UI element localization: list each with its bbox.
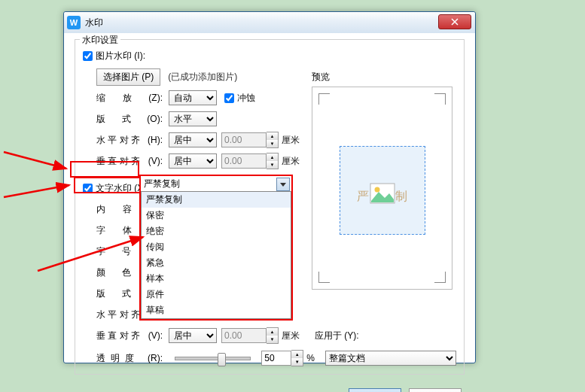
image-watermark-label: 图片水印 (I): (96, 50, 145, 62)
dropdown-option[interactable]: 草稿 (142, 302, 291, 318)
preview-page: 严禁复制 (312, 87, 452, 290)
dropdown-option[interactable]: 严禁复制 (142, 192, 291, 208)
close-button[interactable] (438, 14, 471, 29)
transparency-value[interactable] (261, 351, 291, 366)
slider-thumb[interactable] (218, 353, 226, 366)
img-layout-select[interactable]: 水平 (169, 111, 217, 126)
dropdown-option[interactable]: 紧急 (142, 255, 291, 271)
txt-valign-label: 垂直对齐 (V): (96, 330, 169, 342)
dropdown-option[interactable]: 传阅 (142, 239, 291, 255)
scale-label: 缩 放 (Z): (96, 92, 169, 105)
transparency-spinner[interactable]: ▲▼ (291, 350, 303, 366)
select-image-button[interactable]: 选择图片 (P) (96, 68, 160, 86)
preview-title: 预览 (312, 71, 459, 84)
img-halign-spinner[interactable]: ▲▼ (267, 132, 279, 148)
percent-sign: % (306, 353, 315, 363)
img-valign-select[interactable]: 居中 (169, 153, 217, 169)
svg-point-1 (375, 187, 380, 193)
scale-select[interactable]: 自动 (169, 90, 217, 105)
img-valign-num[interactable] (221, 153, 267, 169)
img-halign-label: 水平对齐 (H): (96, 134, 169, 147)
dialog-footer: 确定 取消 (64, 381, 475, 392)
svg-line-3 (4, 185, 69, 197)
img-halign-select[interactable]: 居中 (169, 132, 217, 147)
img-layout-label: 版 式 (O): (96, 113, 169, 126)
transparency-slider[interactable] (175, 357, 251, 360)
dropdown-option[interactable]: 原件 (142, 287, 291, 302)
image-added-hint: (已成功添加图片) (168, 71, 237, 84)
crop-mark-icon (318, 272, 330, 283)
unit-cm: 厘米 (282, 330, 300, 342)
crop-mark-icon (434, 272, 446, 283)
image-watermark-checkbox[interactable] (83, 51, 93, 61)
washout-label: 冲蚀 (237, 92, 255, 105)
unit-cm: 厘米 (282, 155, 300, 168)
apply-to-label: 应用于 (Y): (315, 330, 359, 342)
txt-valign-spinner[interactable]: ▲▼ (267, 327, 279, 344)
txt-valign-select[interactable]: 居中 (169, 328, 217, 343)
image-placeholder-icon (370, 183, 395, 204)
window-title: 水印 (85, 17, 103, 29)
unit-cm: 厘米 (282, 134, 300, 147)
transparency-label: 透明度 (R): (96, 352, 169, 365)
cancel-button[interactable]: 取消 (409, 388, 462, 392)
img-valign-label: 垂直对齐 (V): (96, 155, 169, 168)
titlebar[interactable]: W 水印 (64, 12, 475, 33)
crop-mark-icon (434, 93, 446, 105)
preview-area: 预览 严禁复制 (312, 71, 459, 290)
app-icon: W (67, 16, 81, 29)
img-valign-spinner[interactable]: ▲▼ (267, 153, 279, 169)
content-dropdown-open: 严禁复制 严禁复制 保密 绝密 传阅 紧急 样本 原件 草稿 (139, 175, 293, 321)
fieldset-legend: 水印设置 (80, 34, 120, 47)
close-icon (451, 18, 459, 26)
ok-button[interactable]: 确定 (349, 388, 401, 392)
dropdown-option[interactable]: 样本 (142, 271, 291, 287)
dropdown-option[interactable]: 保密 (142, 208, 291, 223)
text-watermark-checkbox[interactable] (83, 184, 93, 193)
img-halign-num[interactable] (221, 132, 267, 147)
chevron-down-icon[interactable] (276, 178, 290, 191)
crop-mark-icon (318, 93, 330, 105)
apply-to-select[interactable]: 整篇文档 (325, 351, 456, 366)
svg-line-2 (4, 152, 66, 169)
content-dropdown-list: 严禁复制 保密 绝密 传阅 紧急 样本 原件 草稿 (141, 192, 291, 319)
content-selected-value: 严禁复制 (144, 178, 180, 190)
content-combobox[interactable]: 严禁复制 (141, 176, 291, 192)
washout-checkbox[interactable] (224, 93, 234, 103)
annotation-arrow-icon (0, 143, 72, 188)
txt-valign-num[interactable] (221, 328, 267, 343)
watermark-preview: 严禁复制 (340, 146, 425, 235)
dropdown-option[interactable]: 绝密 (142, 223, 291, 239)
